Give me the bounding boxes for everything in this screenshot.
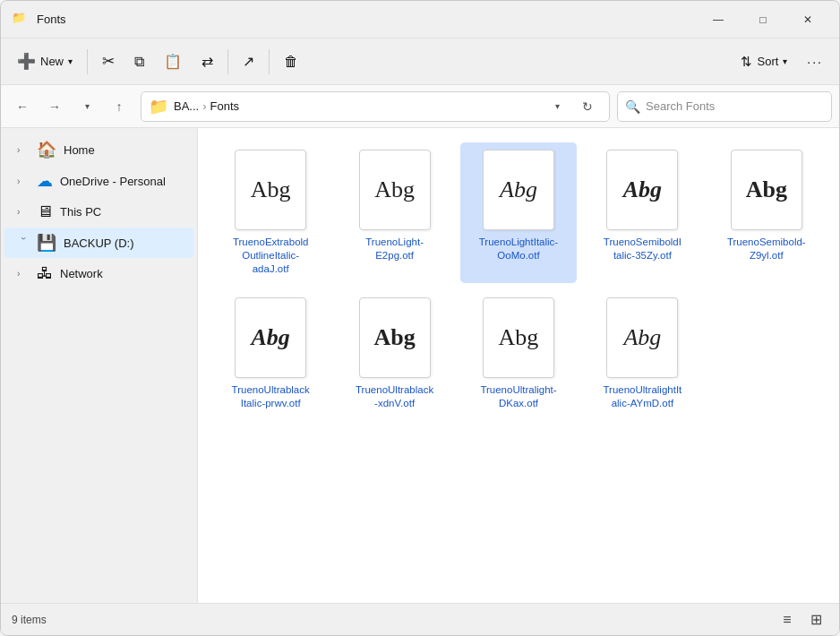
grid-view-button[interactable]: ⊞ <box>803 607 828 632</box>
file-item[interactable]: AbgTruenoExtraboldOutlineItalic-adaJ.otf <box>212 142 329 283</box>
file-item[interactable]: AbgTruenoLightItalic-OoMo.otf <box>460 142 577 283</box>
close-button[interactable]: ✕ <box>787 5 828 34</box>
font-icon: Abg <box>606 297 678 378</box>
font-icon: Abg <box>731 150 802 230</box>
folder-icon: 📁 <box>12 11 30 29</box>
paste-icon: 📋 <box>164 53 182 70</box>
file-name: TruenoExtraboldOutlineItalic-adaJ.otf <box>230 236 311 276</box>
main-window: 📁 Fonts — □ ✕ ➕ New ▾ ✂ ⧉ 📋 ⇄ ↗ <box>0 0 840 636</box>
sort-chevron-icon: ▾ <box>783 56 787 66</box>
paste-button[interactable]: 📋 <box>155 45 191 79</box>
share-button[interactable]: ↗ <box>234 45 263 79</box>
more-button[interactable]: ··· <box>798 45 832 79</box>
network-icon: 🖧 <box>37 264 53 283</box>
font-preview-text: Abg <box>499 324 539 351</box>
sidebar-item-home[interactable]: › 🏠 Home <box>4 134 193 165</box>
window-title: Fonts <box>37 13 66 26</box>
nav-bar: ← → ▾ ↑ 📁 BA... › Fonts ▾ ↻ <box>1 85 839 128</box>
sort-icon: ⇅ <box>741 54 752 70</box>
address-folder-icon: 📁 <box>149 97 168 116</box>
status-right: ≡ ⊞ <box>775 607 828 632</box>
maximize-button[interactable]: □ <box>742 5 784 34</box>
file-item[interactable]: AbgTruenoSemiboldItalic-35Zy.otf <box>584 142 700 283</box>
sort-button[interactable]: ⇅ Sort ▾ <box>732 45 796 79</box>
sidebar-label-network: Network <box>60 267 103 280</box>
sidebar-label-backup: BACKUP (D:) <box>64 236 134 250</box>
search-icon: 🔍 <box>625 99 640 114</box>
file-name: TruenoLightItalic-OoMo.otf <box>478 236 559 262</box>
move-button[interactable]: ⇄ <box>193 45 222 79</box>
copy-button[interactable]: ⧉ <box>125 45 153 79</box>
home-chevron-icon: › <box>17 145 30 155</box>
address-expand-button[interactable]: ▾ <box>543 92 571 121</box>
file-item[interactable]: AbgTruenoLight-E2pg.otf <box>336 142 452 283</box>
onedrive-chevron-icon: › <box>17 176 30 186</box>
file-area[interactable]: AbgTruenoExtraboldOutlineItalic-adaJ.otf… <box>198 128 839 603</box>
font-preview-text: Abg <box>623 324 661 351</box>
sidebar-item-network[interactable]: › 🖧 Network <box>4 259 193 288</box>
search-placeholder: Search Fonts <box>646 99 715 113</box>
minimize-button[interactable]: — <box>698 5 739 34</box>
grid-view-icon: ⊞ <box>810 611 822 628</box>
breadcrumb: BA... › Fonts <box>174 99 239 113</box>
file-item[interactable]: AbgTruenoUltrablackItalic-prwv.otf <box>212 290 329 417</box>
home-icon: 🏠 <box>37 140 56 159</box>
file-name: TruenoLight-E2pg.otf <box>355 236 435 262</box>
sidebar-label-thispc: This PC <box>60 205 101 219</box>
delete-button[interactable]: 🗑 <box>275 45 307 79</box>
back-icon: ← <box>16 99 29 114</box>
file-name: TruenoUltralight-DKax.otf <box>478 383 559 410</box>
refresh-icon: ↻ <box>582 99 593 114</box>
main-content: › 🏠 Home › ☁ OneDrive - Personal › 🖥 Thi… <box>1 128 839 603</box>
file-item[interactable]: AbgTruenoUltralight-DKax.otf <box>460 290 577 417</box>
move-icon: ⇄ <box>201 53 213 70</box>
item-count: 9 items <box>12 614 47 626</box>
sidebar-item-onedrive[interactable]: › ☁ OneDrive - Personal <box>4 166 193 196</box>
new-icon: ➕ <box>17 52 36 71</box>
refresh-button[interactable]: ↻ <box>573 92 602 121</box>
forward-button[interactable]: → <box>40 92 69 121</box>
file-name: TruenoSemiboldItalic-35Zy.otf <box>602 236 682 262</box>
breadcrumb-part2: Fonts <box>210 99 240 113</box>
toolbar-separator-1 <box>87 49 88 74</box>
breadcrumb-part1: BA... <box>174 99 199 113</box>
thispc-chevron-icon: › <box>17 207 30 217</box>
list-view-button[interactable]: ≡ <box>775 607 800 632</box>
title-controls: — □ ✕ <box>698 5 828 34</box>
font-preview-text: Abg <box>746 176 787 203</box>
toolbar-right: ⇅ Sort ▾ ··· <box>732 45 832 79</box>
network-chevron-icon: › <box>17 269 30 279</box>
history-button[interactable]: ▾ <box>73 92 101 121</box>
toolbar: ➕ New ▾ ✂ ⧉ 📋 ⇄ ↗ 🗑 ⇅ Sort ▾ <box>1 39 839 85</box>
new-button[interactable]: ➕ New ▾ <box>8 45 81 79</box>
sidebar: › 🏠 Home › ☁ OneDrive - Personal › 🖥 Thi… <box>1 128 198 603</box>
backup-icon: 💾 <box>37 233 56 253</box>
file-grid: AbgTruenoExtraboldOutlineItalic-adaJ.otf… <box>212 142 825 417</box>
status-bar: 9 items ≡ ⊞ <box>1 603 839 635</box>
font-icon: Abg <box>359 150 431 230</box>
copy-icon: ⧉ <box>134 54 144 70</box>
new-label: New <box>40 55 64 68</box>
file-name: TruenoSemibold-Z9yl.otf <box>726 236 807 262</box>
list-view-icon: ≡ <box>783 612 791 628</box>
up-button[interactable]: ↑ <box>105 92 133 121</box>
history-chevron-icon: ▾ <box>85 101 90 111</box>
cut-button[interactable]: ✂ <box>93 45 124 79</box>
backup-chevron-icon: › <box>19 236 29 249</box>
file-name: TruenoUltralightItalic-AYmD.otf <box>602 383 682 410</box>
font-icon: Abg <box>483 297 554 378</box>
sidebar-item-backup[interactable]: › 💾 BACKUP (D:) <box>4 228 193 258</box>
font-icon: Abg <box>606 150 678 230</box>
search-bar[interactable]: 🔍 Search Fonts <box>617 91 832 122</box>
file-item[interactable]: AbgTruenoUltrablack-xdnV.otf <box>336 290 452 417</box>
font-preview-text: Abg <box>252 324 290 351</box>
file-item[interactable]: AbgTruenoUltralightItalic-AYmD.otf <box>584 290 700 417</box>
back-button[interactable]: ← <box>8 92 37 121</box>
sidebar-item-thispc[interactable]: › 🖥 This PC <box>4 197 193 227</box>
forward-icon: → <box>48 99 61 114</box>
font-preview-text: Abg <box>251 176 291 203</box>
file-item[interactable]: AbgTruenoSemibold-Z9yl.otf <box>708 142 825 283</box>
address-bar[interactable]: 📁 BA... › Fonts ▾ ↻ <box>141 91 610 122</box>
more-icon: ··· <box>807 55 823 69</box>
sort-label: Sort <box>757 55 778 68</box>
